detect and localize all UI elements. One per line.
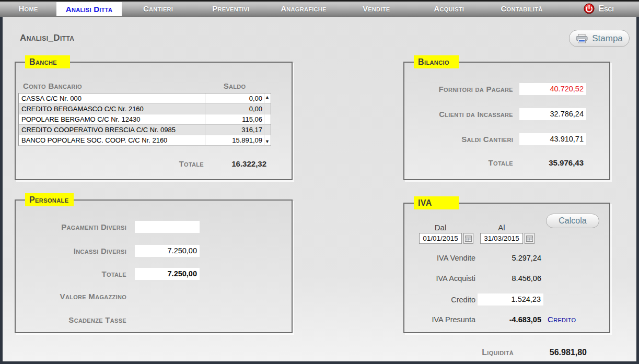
saldi-cantieri-label: Saldi Cantieri [404, 135, 513, 144]
bilancio-panel: Bilancio Fornitori da Pagare 40.720,52 C… [403, 62, 610, 180]
bank-account-name: CREDITO COOPERATIVO BRESCIA C/C Nr. 0985 [19, 125, 205, 135]
iva-credito-label: Credito [404, 296, 475, 304]
power-icon [584, 3, 595, 14]
personale-panel-label: Personale [25, 193, 74, 206]
dal-label: Dal [419, 223, 462, 232]
bilancio-totale-label: Totale [404, 158, 513, 167]
scroll-up-icon[interactable]: ▲ [265, 95, 270, 100]
incassi-diversi-field[interactable]: 7.250,00 [135, 245, 200, 257]
exit-button[interactable]: Esci [558, 3, 639, 14]
nav-item-analisi-ditta[interactable]: Analisi Ditta [56, 2, 122, 16]
calendar-icon[interactable] [463, 233, 473, 244]
calcola-button[interactable]: Calcola [546, 214, 599, 228]
bank-account-name: POPOLARE BERGAMO C/C Nr. 12430 [19, 114, 205, 124]
bank-account-name: CASSA C/C Nr. 000 [19, 93, 205, 103]
calendar-icon[interactable] [525, 233, 535, 244]
saldi-cantieri-field[interactable]: 43.910,71 [519, 133, 586, 145]
table-row[interactable]: CREDITO COOPERATIVO BRESCIA C/C Nr. 0985… [19, 125, 271, 135]
fornitori-da-pagare-label: Fornitori da Pagare [404, 85, 513, 93]
table-scrollbar[interactable]: ▲ ▼ [264, 93, 271, 145]
printer-icon [576, 34, 588, 43]
bank-account-name: CREDITO BERGAMASCO C/C Nr. 2160 [19, 104, 205, 114]
pagamenti-diversi-field[interactable] [135, 221, 200, 233]
iva-credito-field[interactable]: 1.524,23 [478, 293, 543, 306]
calcola-button-label: Calcola [559, 216, 586, 226]
liquidita-label: Liquidità [482, 348, 514, 357]
personale-panel: Personale Pagamenti Diversi Incassi Dive… [15, 199, 293, 333]
bank-table-header: Conto Bancario Saldo [23, 81, 269, 90]
nav-item-cantieri[interactable]: Cantieri [122, 4, 194, 13]
table-row[interactable]: CREDITO BERGAMASCO C/C Nr. 2160 0,00 [19, 104, 271, 114]
al-date-input[interactable] [480, 233, 523, 244]
iva-acquisti-label: IVA Acquisti [404, 274, 475, 283]
nav-item-home[interactable]: Home [0, 4, 56, 13]
fornitori-da-pagare-field[interactable]: 40.720,52 [519, 83, 586, 95]
bank-account-saldo: 316,17 [205, 125, 264, 135]
banche-totale-label: Totale [16, 159, 204, 168]
column-header-saldo: Saldo [206, 81, 263, 90]
valore-magazzino-label: Valore Magazzino [16, 292, 126, 301]
iva-presunta-value: -4.683,05 [478, 315, 543, 324]
nav-item-preventivi[interactable]: Preventivi [194, 4, 267, 13]
clienti-da-incassare-label: Clienti da Incassare [404, 110, 513, 119]
banche-panel: Banche Conto Bancario Saldo CASSA C/C Nr… [15, 62, 293, 180]
bank-account-saldo: 115,06 [205, 114, 264, 124]
incassi-diversi-label: Incassi Diversi [16, 246, 126, 255]
nav-item-acquisti[interactable]: Acquisti [413, 4, 485, 13]
nav-item-contabilita[interactable]: Contabilità [485, 4, 558, 13]
nav-item-vendite[interactable]: Vendite [340, 4, 413, 13]
iva-vendite-label: IVA Vendite [404, 254, 475, 262]
bank-account-saldo: 0,00 [205, 93, 264, 103]
iva-vendite-value: 5.297,24 [478, 254, 543, 262]
print-button-label: Stampa [592, 33, 623, 44]
exit-label: Esci [599, 4, 614, 14]
bilancio-panel-label: Bilancio [414, 55, 459, 68]
clienti-da-incassare-field[interactable]: 32.786,24 [519, 108, 586, 120]
bank-account-saldo: 0,00 [205, 104, 264, 114]
al-label: Al [480, 223, 523, 232]
banche-totale-value: 16.322,32 [204, 159, 266, 168]
dal-date-input[interactable] [419, 233, 462, 244]
main-content: Analisi_Ditta Stampa Banche Conto Bancar… [3, 17, 636, 361]
table-row[interactable]: POPOLARE BERGAMO C/C Nr. 12430 115,06 [19, 114, 271, 125]
iva-panel-label: IVA [414, 196, 459, 209]
page-title: Analisi_Ditta [20, 33, 74, 43]
personale-totale-value: 7.250,00 [135, 268, 200, 280]
top-navigation-bar: Home Analisi Ditta Cantieri Preventivi A… [0, 0, 639, 17]
pagamenti-diversi-label: Pagamenti Diversi [16, 222, 126, 231]
liquidita-row: Liquidità 56.981,80 [482, 348, 587, 357]
banche-totale-row: Totale 16.322,32 [16, 159, 268, 168]
iva-presunta-label: IVA Presunta [404, 315, 475, 324]
iva-presunta-credito-note: Credito [548, 315, 576, 324]
personale-totale-label: Totale [16, 269, 126, 278]
column-header-conto-bancario: Conto Bancario [23, 81, 206, 90]
nav-item-anagrafiche[interactable]: Anagrafiche [267, 4, 340, 13]
bank-account-name: BANCO POPOLARE SOC. COOP. C/C Nr. 2160 [19, 135, 205, 145]
bank-accounts-table: CASSA C/C Nr. 000 0,00 CREDITO BERGAMASC… [18, 93, 271, 146]
banche-panel-label: Banche [25, 55, 70, 68]
scroll-down-icon[interactable]: ▼ [265, 139, 270, 144]
table-row[interactable]: CASSA C/C Nr. 000 0,00 [19, 93, 271, 104]
table-row[interactable]: BANCO POPOLARE SOC. COOP. C/C Nr. 2160 1… [19, 135, 271, 146]
print-button[interactable]: Stampa [569, 30, 630, 47]
bank-account-saldo: 15.891,09 [205, 135, 264, 145]
iva-panel: IVA Calcola Dal [403, 203, 610, 333]
scadenze-tasse-label: Scadenze Tasse [16, 315, 126, 324]
liquidita-value: 56.981,80 [514, 348, 587, 357]
iva-acquisti-value: 8.456,06 [478, 274, 543, 283]
bilancio-totale-value: 35.976,43 [519, 158, 586, 167]
